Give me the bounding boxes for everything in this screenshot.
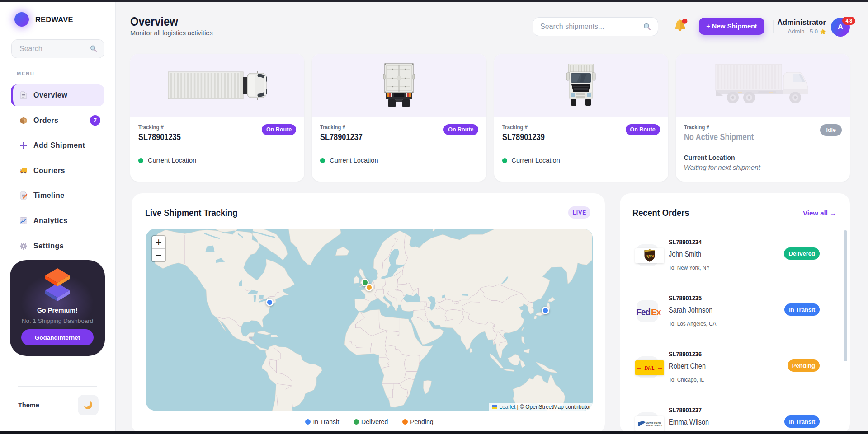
svg-text:Fed: Fed xyxy=(636,307,650,317)
svg-text:ups: ups xyxy=(646,253,654,258)
svg-text:POSTAL SERVICE: POSTAL SERVICE xyxy=(646,425,662,427)
svg-text:DHL: DHL xyxy=(645,365,655,371)
svg-text:UNITED STATES: UNITED STATES xyxy=(646,422,661,424)
svg-text:Ex: Ex xyxy=(651,307,661,317)
